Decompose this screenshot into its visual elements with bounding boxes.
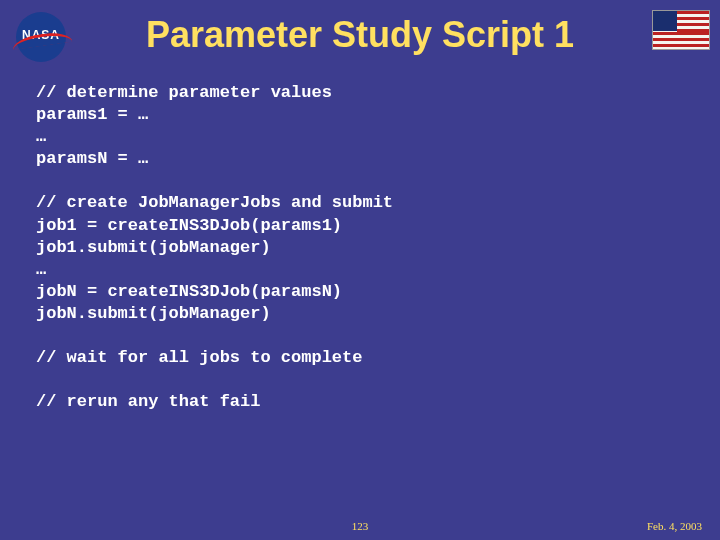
slide-date: Feb. 4, 2003 — [647, 520, 702, 532]
slide: NASA Parameter Study Script 1 // determi… — [0, 0, 720, 540]
slide-title: Parameter Study Script 1 — [0, 14, 720, 56]
page-number: 123 — [0, 520, 720, 532]
code-block: // determine parameter values params1 = … — [36, 82, 684, 413]
